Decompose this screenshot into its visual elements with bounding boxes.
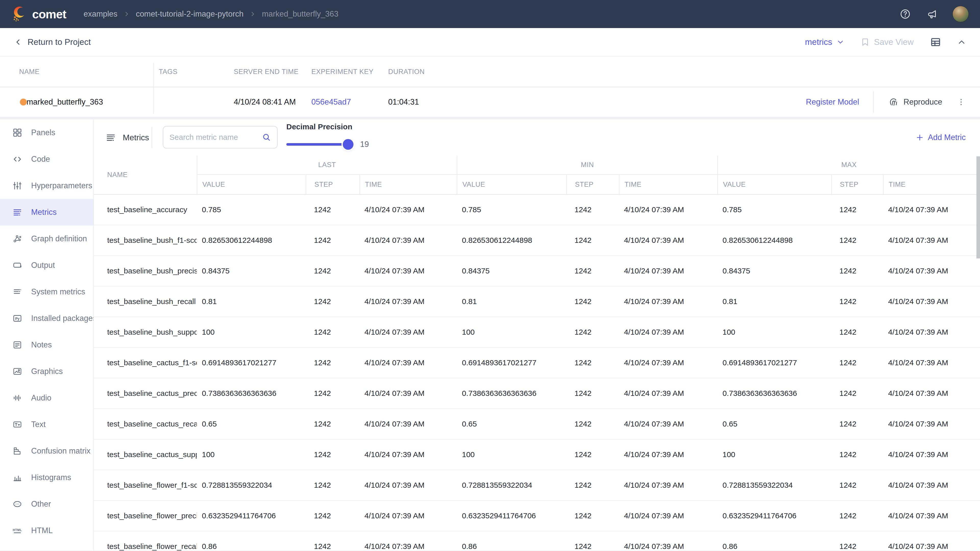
- decimal-precision-slider[interactable]: [286, 143, 352, 146]
- sidebar-item-panels[interactable]: Panels: [0, 119, 94, 146]
- sub-header-max-value: VALUE: [718, 175, 831, 194]
- experiment-toolbar: Return to Project metrics Save View: [0, 28, 980, 57]
- min-step: 1242: [566, 511, 619, 520]
- sub-header-min-step: STEP: [566, 175, 619, 194]
- sidebar-item-graph-definition[interactable]: Graph definition: [0, 225, 94, 252]
- comet-logo[interactable]: comet: [11, 6, 66, 22]
- min-step: 1242: [566, 450, 619, 459]
- experiment-row: marked_butterfly_363 4/10/24 08:41 AM 05…: [0, 87, 980, 117]
- min-step: 1242: [566, 205, 619, 214]
- min-time: 4/10/24 07:39 AM: [619, 236, 718, 245]
- top-navigation-bar: comet examples comet-tutorial-2-image-py…: [0, 0, 980, 28]
- breadcrumb-workspace[interactable]: examples: [83, 10, 118, 19]
- sidebar-item-installed-packages[interactable]: Py Installed packages: [0, 305, 94, 332]
- group-header-min: MIN: [457, 156, 718, 175]
- min-value: 100: [457, 450, 566, 459]
- sidebar-item-system-metrics[interactable]: System metrics: [0, 279, 94, 305]
- column-header-experiment-key: EXPERIMENT KEY: [311, 57, 374, 87]
- other-icon: [12, 499, 22, 509]
- bookmark-icon: [860, 37, 870, 47]
- view-selector-dropdown[interactable]: metrics: [805, 37, 844, 47]
- slider-thumb[interactable]: [343, 139, 353, 150]
- view-selector-value: metrics: [805, 37, 832, 47]
- max-value: 0.826530612244898: [718, 236, 831, 245]
- sidebar-item-audio[interactable]: Audio: [0, 385, 94, 411]
- output-icon: [12, 260, 22, 270]
- kebab-menu-icon[interactable]: [956, 97, 966, 106]
- last-time: 4/10/24 07:39 AM: [360, 450, 457, 459]
- breadcrumb-project[interactable]: comet-tutorial-2-image-pytorch: [136, 10, 243, 19]
- column-header-duration: DURATION: [388, 57, 425, 87]
- sidebar-item-confusion-matrix[interactable]: Confusion matrix: [0, 438, 94, 464]
- metric-name: test_baseline_bush_recall: [94, 297, 197, 306]
- max-time: 4/10/24 07:39 AM: [883, 328, 980, 337]
- last-step: 1242: [306, 481, 360, 489]
- metric-row: test_baseline_flower_precision 0.6323529…: [94, 501, 980, 531]
- sidebar-item-output[interactable]: Output: [0, 252, 94, 279]
- experiment-key-link[interactable]: 056e45ad7: [311, 97, 351, 106]
- min-value: 0.826530612244898: [457, 236, 566, 245]
- min-value: 0.84375: [457, 267, 566, 275]
- last-value: 0.728813559322034: [197, 481, 306, 489]
- metric-name: test_baseline_flower_recall: [94, 542, 197, 551]
- min-step: 1242: [566, 359, 619, 367]
- column-header-name: NAME: [19, 57, 40, 87]
- max-time: 4/10/24 07:39 AM: [883, 420, 980, 428]
- last-value: 0.7386363636363636: [197, 389, 306, 398]
- max-step: 1242: [831, 328, 883, 337]
- chevron-down-icon: [837, 38, 844, 46]
- sidebar-item-assets-artifacts[interactable]: Assets & Artifacts: [0, 544, 94, 551]
- min-time: 4/10/24 07:39 AM: [619, 450, 718, 459]
- register-model-button[interactable]: Register Model: [806, 97, 859, 106]
- metric-row: test_baseline_flower_f1-score 0.72881355…: [94, 470, 980, 501]
- table-view-icon[interactable]: [930, 37, 941, 48]
- experiment-server-end-time: 4/10/24 08:41 AM: [234, 97, 296, 106]
- metrics-panel: Metrics Decimal Precision 19 Add Metric: [94, 119, 980, 551]
- decimal-precision-value: 19: [360, 140, 369, 149]
- min-step: 1242: [566, 481, 619, 489]
- search-input[interactable]: [169, 133, 262, 141]
- chevron-right-icon: [124, 11, 130, 17]
- save-view-button[interactable]: Save View: [860, 37, 914, 47]
- megaphone-icon[interactable]: [926, 8, 938, 20]
- user-avatar[interactable]: [953, 6, 969, 22]
- metric-row: test_baseline_bush_f1-score 0.8265306122…: [94, 225, 980, 256]
- sidebar-item-label: Panels: [31, 128, 56, 137]
- experiment-sidebar: Panels Code Hyperparameters Metrics Grap…: [0, 119, 94, 551]
- sidebar-item-code[interactable]: Code: [0, 146, 94, 172]
- sidebar-item-label: Confusion matrix: [31, 446, 91, 456]
- sidebar-item-histograms[interactable]: Histograms: [0, 464, 94, 491]
- help-icon[interactable]: [899, 8, 911, 20]
- min-time: 4/10/24 07:39 AM: [619, 542, 718, 551]
- search-icon[interactable]: [262, 133, 271, 142]
- max-time: 4/10/24 07:39 AM: [883, 481, 980, 489]
- last-value: 100: [197, 328, 306, 337]
- add-metric-button[interactable]: Add Metric: [916, 119, 966, 156]
- sidebar-item-notes[interactable]: Notes: [0, 332, 94, 358]
- scrollbar-thumb[interactable]: [977, 156, 980, 259]
- metric-name: test_baseline_cactus_support: [94, 450, 197, 459]
- max-value: 0.81: [718, 297, 831, 306]
- last-value: 0.81: [197, 297, 306, 306]
- sidebar-item-label: Histograms: [31, 473, 71, 482]
- sidebar-item-graphics[interactable]: Graphics: [0, 358, 94, 385]
- min-time: 4/10/24 07:39 AM: [619, 511, 718, 520]
- min-step: 1242: [566, 542, 619, 551]
- metric-name: test_baseline_cactus_recall: [94, 420, 197, 428]
- return-to-project-link[interactable]: Return to Project: [14, 37, 91, 47]
- metrics-name-header: NAME: [107, 156, 127, 194]
- sub-header-max-step: STEP: [831, 175, 883, 194]
- group-header-row: LAST MIN MAX: [94, 156, 980, 175]
- sidebar-item-metrics[interactable]: Metrics: [0, 199, 94, 225]
- sidebar-item-other[interactable]: Other: [0, 491, 94, 517]
- sidebar-item-hyperparameters[interactable]: Hyperparameters: [0, 172, 94, 199]
- sidebar-item-text[interactable]: Text: [0, 411, 94, 438]
- sidebar-item-html[interactable]: HTML HTML: [0, 517, 94, 544]
- reproduce-button[interactable]: Reproduce: [888, 97, 942, 107]
- max-time: 4/10/24 07:39 AM: [883, 236, 980, 245]
- sub-header-min-value: VALUE: [457, 175, 566, 194]
- sidebar-item-label: Audio: [31, 393, 51, 403]
- svg-text:Py: Py: [15, 317, 19, 321]
- collapse-header-icon[interactable]: [958, 38, 966, 46]
- sidebar-item-label: Installed packages: [31, 314, 94, 323]
